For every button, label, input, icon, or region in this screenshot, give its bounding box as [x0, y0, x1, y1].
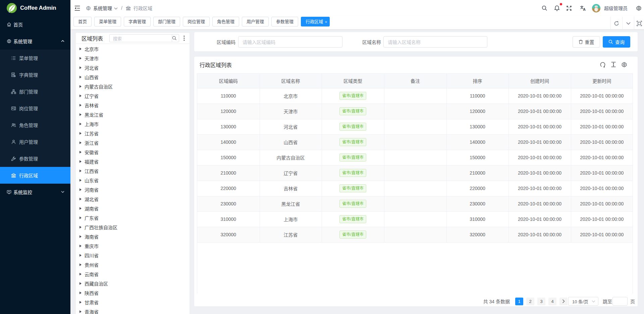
- svg-text:A: A: [583, 7, 586, 11]
